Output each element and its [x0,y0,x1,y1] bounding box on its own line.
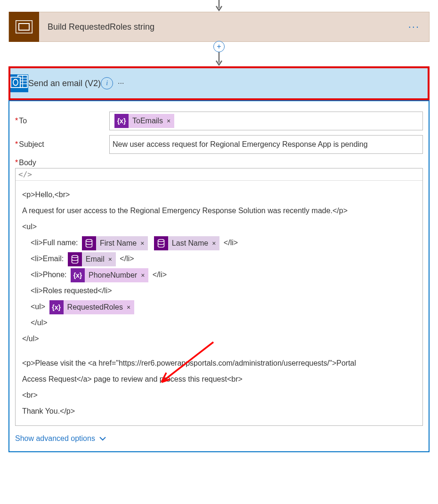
expression-icon: {x} [71,268,85,282]
action-build-requested-roles[interactable]: Build RequestedRoles string ··· [8,12,430,42]
to-label: *To [15,117,109,125]
code-view-toggle[interactable]: </> [16,168,422,181]
action-title: Send an email (V2) [28,79,101,88]
svg-rect-1 [19,24,29,30]
body-line: <li>Phone: {x} PhoneNumber × </li> [22,267,416,282]
token-email[interactable]: Email × [68,252,116,266]
svg-point-10 [158,239,164,241]
token-label: Email [82,252,108,266]
action-menu-button[interactable]: ··· [399,21,429,33]
body-line: <p>Please visit the <a href="https://rer… [22,356,416,371]
expression-icon: {x} [49,300,64,314]
body-line: <li>Email: Email × </li> [22,251,416,266]
action-send-email-header[interactable]: Send an email (V2) i ··· [10,68,428,98]
subject-field[interactable]: New user access request for Regional Eme… [109,135,423,154]
show-advanced-options[interactable]: Show advanced options [15,434,106,443]
action-title: Build RequestedRoles string [39,22,399,32]
token-remove-button[interactable]: × [212,236,219,250]
action-menu-button[interactable]: ··· [118,79,124,88]
token-phonenumber[interactable]: {x} PhoneNumber × [71,268,148,282]
token-firstname[interactable]: First Name × [82,236,148,250]
body-content[interactable]: <p>Hello,<br> A request for user access … [16,181,422,425]
datasource-icon [154,236,168,250]
info-icon[interactable]: i [101,77,113,89]
body-line-blank [22,347,416,355]
body-line: <br> [22,388,416,403]
token-label: RequestedRoles [64,300,127,314]
svg-rect-7 [11,77,20,88]
body-editor: </> <p>Hello,<br> A request for user acc… [15,168,423,426]
body-line: Thank You.</p> [22,404,416,419]
token-remove-button[interactable]: × [141,268,148,282]
subject-label: *Subject [15,140,109,149]
body-line: Access Request</a> page to review and pr… [22,372,416,387]
svg-point-9 [86,239,92,241]
body-line: <li>Full name: First Name × Last Name × … [22,235,416,250]
token-toemails[interactable]: {x} ToEmails × [114,114,174,128]
body-line: </ul> [22,331,416,346]
token-requestedroles[interactable]: {x} RequestedRoles × [49,300,134,314]
variable-action-icon [9,12,39,42]
flow-arrow [8,0,430,12]
to-field[interactable]: {x} ToEmails × [109,112,423,130]
body-line: <ul> {x} RequestedRoles × [22,299,416,314]
body-line: <p>Hello,<br> [22,187,416,202]
outlook-icon [10,74,28,92]
token-label: PhoneNumber [85,268,141,282]
svg-rect-0 [16,21,32,33]
body-line: </ul> [22,315,416,330]
token-remove-button[interactable]: × [108,252,116,266]
datasource-icon [68,252,82,266]
plus-icon: + [217,42,221,51]
body-line: A request for user access to the Regiona… [22,203,416,218]
token-lastname[interactable]: Last Name × [154,236,220,250]
body-line: <ul> [22,219,416,234]
action-send-email-highlighted: Send an email (V2) i ··· [8,66,430,100]
body-label: *Body [15,159,423,167]
datasource-icon [82,236,96,250]
chevron-down-icon [99,435,106,442]
token-label: First Name [96,236,140,250]
token-remove-button[interactable]: × [167,114,174,128]
insert-step-button[interactable]: + [213,41,225,52]
token-remove-button[interactable]: × [127,300,134,314]
token-label: Last Name [168,236,212,250]
body-line: <li>Roles requested</li> [22,283,416,298]
token-remove-button[interactable]: × [140,236,148,250]
send-email-form: *To {x} ToEmails × *Subject New user acc… [8,100,430,452]
token-label: ToEmails [129,114,167,128]
expression-icon: {x} [114,114,129,128]
svg-point-11 [72,255,78,257]
